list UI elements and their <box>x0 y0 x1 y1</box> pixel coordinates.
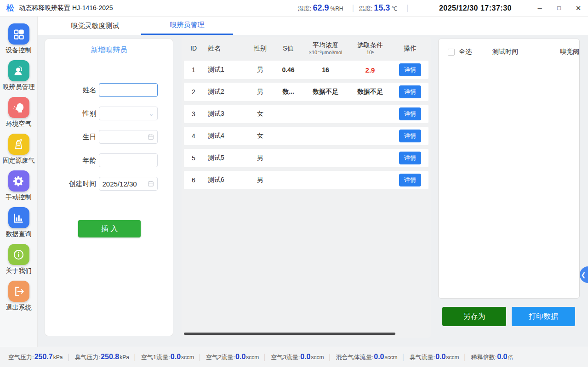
status-item: 空气2流量:0.0sccm <box>206 353 259 361</box>
status-item: 空气1流量:0.0sccm <box>141 353 194 361</box>
calendar-icon <box>148 134 154 140</box>
separator: │ <box>133 354 137 361</box>
status-label: 稀释倍数: <box>471 353 497 361</box>
sniffer-table: ID姓名性别S值平均浓度×10⁻³μmol/mol选取条件10ˢ操作 1测试1男… <box>182 37 431 338</box>
panel-expand-toggle[interactable]: ❮ <box>580 266 588 283</box>
cell-gender: 女 <box>246 132 274 140</box>
cell-name: 测试6 <box>203 176 246 184</box>
table-row: 4测试4女详情 <box>184 127 428 145</box>
cell-gender: 男 <box>246 66 274 74</box>
status-unit: sccm <box>311 354 324 361</box>
table-row: 1测试1男0.46162.9详情 <box>184 61 428 79</box>
print-data-button[interactable]: 打印数据 <box>512 307 575 326</box>
separator: │ <box>406 5 410 11</box>
age-input[interactable] <box>99 153 158 167</box>
detail-button[interactable]: 详情 <box>399 85 421 98</box>
chevron-left-icon: ❮ <box>581 271 586 278</box>
status-item: 稀释倍数:0.0倍 <box>471 353 514 361</box>
sidebar-item-label: 手动控制 <box>6 193 32 202</box>
separator: │ <box>328 354 332 361</box>
age-label: 年龄 <box>61 156 97 165</box>
results-header: 全选 测试时间 嗅觉阈值 <box>439 46 579 57</box>
status-label: 臭气压力: <box>74 353 100 361</box>
sidebar-item-grid[interactable]: 设备控制 <box>6 23 32 55</box>
info-icon <box>8 244 29 265</box>
separator: │ <box>352 5 355 11</box>
gender-select[interactable]: ⌄ <box>99 107 158 120</box>
status-value: 0.0 <box>497 353 507 361</box>
status-item: 臭气流量:0.0sccm <box>410 353 459 361</box>
cell-id: 1 <box>184 66 203 73</box>
sidebar: 设备控制嗅辨员管理环境空气固定源废气手动控制数据查询关于我们退出系统 <box>0 17 38 347</box>
temperature-label: 温度: <box>359 5 373 13</box>
humidity-readout: 湿度: 62.9 %RH <box>298 3 343 13</box>
detail-button[interactable]: 详情 <box>399 130 421 142</box>
detail-button[interactable]: 详情 <box>399 152 421 164</box>
cell-s-value: 0.46 <box>274 66 303 73</box>
status-item: 混合气体流量:0.0sccm <box>336 353 398 361</box>
test-results-panel: 全选 测试时间 嗅觉阈值 <box>438 39 580 299</box>
created-time-field: 创建时间2025/12/30 <box>61 177 158 191</box>
status-item: 臭气压力:250.8kPa <box>74 353 129 361</box>
cell-name: 测试2 <box>203 88 246 96</box>
cell-id: 2 <box>184 88 203 96</box>
cell-selection-condition: 2.9 <box>348 66 392 74</box>
sidebar-item-sniffer-person[interactable]: 嗅辨员管理 <box>3 60 35 91</box>
select-all-checkbox[interactable] <box>448 49 455 56</box>
app-logo: 松 <box>6 3 14 13</box>
status-value: 0.0 <box>235 353 245 361</box>
column-header: 操作 <box>392 45 428 53</box>
sidebar-item-label: 关于我们 <box>6 267 32 275</box>
separator: │ <box>67 354 70 361</box>
separator: │ <box>402 354 405 361</box>
name-input[interactable] <box>99 83 158 97</box>
name-field: 姓名 <box>61 83 158 97</box>
sidebar-item-bar-chart[interactable]: 数据查询 <box>6 207 32 238</box>
sidebar-item-exit[interactable]: 退出系统 <box>6 281 32 312</box>
created-time-date-input[interactable]: 2025/12/30 <box>99 177 158 191</box>
detail-button[interactable]: 详情 <box>399 63 421 76</box>
maximize-button[interactable]: □ <box>549 0 569 17</box>
close-button[interactable]: ✕ <box>569 0 588 17</box>
titlebar: 松 动态稀释嗅辨装置 HJ-1416-2025 湿度: 62.9 %RH │ 温… <box>0 0 588 17</box>
separator: │ <box>198 354 202 361</box>
status-item: 空气3流量:0.0sccm <box>271 353 324 361</box>
cell-name: 测试1 <box>203 66 246 74</box>
save-as-button[interactable]: 另存为 <box>442 307 506 326</box>
column-header: S值 <box>274 45 303 53</box>
horizontal-scrollbar[interactable] <box>184 333 395 335</box>
select-all-label[interactable]: 全选 <box>459 48 472 56</box>
detail-button[interactable]: 详情 <box>399 107 421 120</box>
cell-gender: 女 <box>246 110 274 118</box>
birthday-field: 生日 <box>61 130 158 144</box>
tab-sniffer-management[interactable]: 嗅辨员管理 <box>141 17 233 35</box>
column-header-test-time: 测试时间 <box>492 48 518 56</box>
birthday-date-input[interactable] <box>99 130 158 144</box>
status-unit: sccm <box>385 354 398 361</box>
sidebar-item-info[interactable]: 关于我们 <box>6 244 32 275</box>
status-unit: kPa <box>53 354 63 361</box>
sniffer-person-icon <box>8 60 29 81</box>
exit-icon <box>8 281 29 302</box>
cell-gender: 男 <box>246 154 274 162</box>
minimize-button[interactable]: ─ <box>530 0 549 17</box>
humidity-label: 湿度: <box>298 5 312 13</box>
status-unit: sccm <box>246 354 259 361</box>
status-value: 0.0 <box>171 353 181 361</box>
sidebar-item-waste-gas[interactable]: 固定源废气 <box>3 134 35 165</box>
age-field: 年龄 <box>61 153 158 167</box>
status-label: 混合气体流量: <box>336 353 374 361</box>
form-fields: 姓名性别⌄生日年龄创建时间2025/12/30 <box>45 83 173 191</box>
humidity-value: 62.9 <box>313 3 329 13</box>
sidebar-item-gear[interactable]: 手动控制 <box>6 170 32 202</box>
sidebar-item-ambient-air[interactable]: 环境空气 <box>6 97 32 128</box>
tab-olfactory-sensitivity-test[interactable]: 嗅觉灵敏度测试 <box>49 17 141 35</box>
chevron-down-icon: ⌄ <box>149 111 154 117</box>
detail-button[interactable]: 详情 <box>399 174 421 186</box>
form-title: 新增嗅辩员 <box>45 45 173 55</box>
cell-avg-concentration: 数据不足 <box>303 88 348 96</box>
insert-button[interactable]: 插 入 <box>78 220 141 237</box>
status-label: 空气2流量: <box>206 353 235 361</box>
status-item: 空气压力:250.7kPa <box>8 353 63 361</box>
cell-s-value: 数... <box>274 88 303 96</box>
